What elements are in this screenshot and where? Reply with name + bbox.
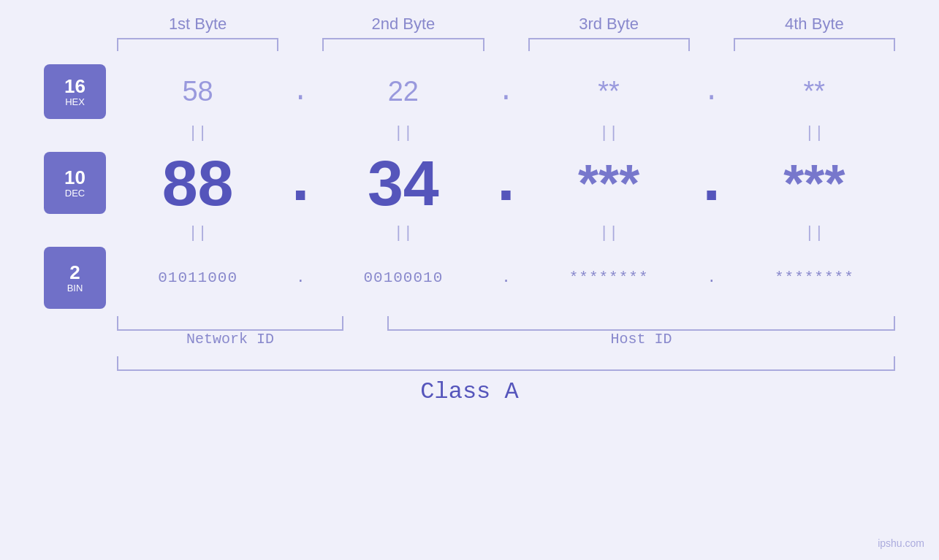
eq1-b4: || [734,124,895,142]
bracket-byte4 [734,38,895,51]
bin-dot1: . [278,269,322,286]
byte4-header: 4th Byte [734,15,895,34]
dec-dot2: . [484,147,528,219]
eq2-b1: || [117,224,278,242]
eq1-b3: || [528,124,690,142]
class-bracket [117,356,895,371]
dec-dot3: . [690,147,734,219]
eq2-b4: || [734,224,895,242]
dec-badge-number: 10 [64,167,85,188]
hex-byte4: ** [734,76,895,107]
bin-badge-number: 2 [69,262,80,283]
equals-row-2: || || || || [44,219,895,247]
dec-byte4: *** [734,157,895,210]
hex-badge-number: 16 [64,76,85,97]
eq1-b2: || [322,124,484,142]
bracket-byte2 [322,38,484,51]
dec-byte2: 34 [322,151,484,215]
bin-byte3: ******** [528,269,690,286]
main-container: 1st Byte 2nd Byte 3rd Byte 4th Byte 16 H… [0,0,939,560]
hex-byte3: ** [528,76,690,107]
bin-row: 2 BIN 01011000 . 00100010 . ******** . *… [44,247,895,309]
host-id-label: Host ID [387,331,895,348]
bin-byte2: 00100010 [322,269,484,286]
eq1-b1: || [117,124,278,142]
network-bracket [117,316,343,331]
dec-badge: 10 DEC [44,152,106,214]
class-label: Class A [44,378,895,405]
hex-dot3: . [690,76,734,107]
hex-badge-label: HEX [65,96,85,107]
equals-row-1: || || || || [44,119,895,147]
hex-badge: 16 HEX [44,64,106,119]
hex-dot1: . [278,76,322,107]
footer-text: ipshu.com [878,537,924,549]
eq2-b3: || [528,224,690,242]
byte3-header: 3rd Byte [528,15,690,34]
dec-byte3: *** [528,157,690,210]
bin-byte1: 01011000 [117,269,278,286]
dec-dot1: . [278,147,322,219]
bracket-byte1 [117,38,278,51]
hex-byte2: 22 [322,76,484,107]
bin-dot3: . [690,269,734,286]
bracket-byte3 [528,38,690,51]
dec-byte1: 88 [117,151,278,215]
bin-byte4: ******** [734,269,895,286]
hex-dot2: . [484,76,528,107]
byte1-header: 1st Byte [117,15,278,34]
byte2-header: 2nd Byte [322,15,484,34]
bin-badge: 2 BIN [44,247,106,309]
host-bracket [387,316,895,331]
network-host-brackets [44,316,895,331]
dec-badge-label: DEC [65,188,85,199]
network-id-label: Network ID [117,331,343,348]
bin-badge-label: BIN [67,283,83,294]
dec-row: 10 DEC 88 . 34 . *** . *** [44,147,895,219]
hex-byte1: 58 [117,76,278,107]
network-host-labels: Network ID Host ID [44,331,895,348]
eq2-b2: || [322,224,484,242]
hex-row: 16 HEX 58 . 22 . ** . ** [44,64,895,119]
bin-dot2: . [484,269,528,286]
